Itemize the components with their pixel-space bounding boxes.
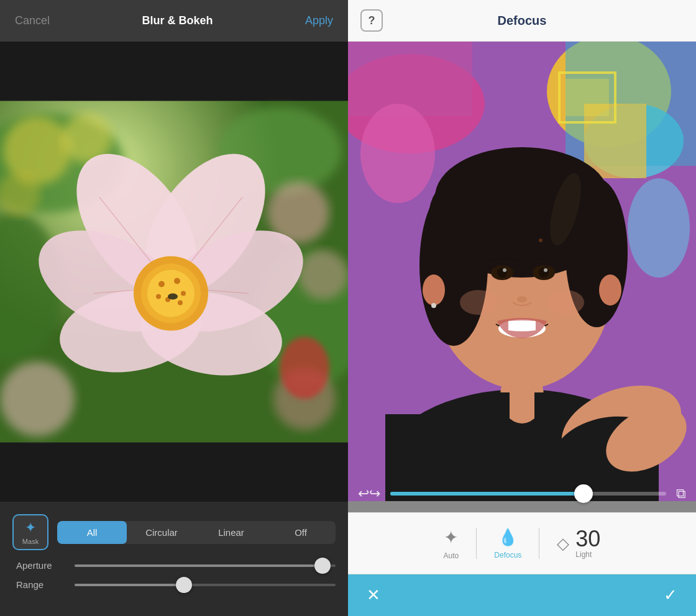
help-button[interactable]: ? [360,9,383,32]
aperture-thumb[interactable] [314,558,331,574]
cancel-right-button[interactable]: ✕ [367,586,380,605]
svg-rect-36 [348,42,472,116]
left-panel-title: Blur & Bokeh [142,14,213,27]
range-fill [75,584,184,586]
mask-label: Mask [22,538,39,545]
svg-point-61 [517,296,527,302]
right-header: ? Defocus [348,0,696,42]
svg-point-67 [599,274,621,306]
photo-slider-fill [390,492,584,496]
photo-slider[interactable] [390,492,666,496]
defocus-label: Defocus [494,551,521,559]
sliders-area: Aperture Range [12,560,336,590]
tab-all[interactable]: All [57,521,127,544]
auto-icon: ✦ [444,527,458,548]
light-icon: ◇ [557,534,569,553]
svg-point-64 [547,290,584,315]
svg-rect-68 [497,392,510,430]
svg-rect-43 [566,79,609,116]
svg-point-27 [174,278,180,284]
light-value: 30 [575,528,600,550]
tool-auto[interactable]: ✦ Auto [426,527,477,560]
aperture-slider-row: Aperture [16,560,336,571]
range-slider-row: Range [16,579,336,590]
aperture-track[interactable] [75,564,336,567]
svg-point-59 [503,268,506,272]
svg-point-39 [360,104,435,203]
right-panel: ? Defocus [348,0,696,616]
undo-button[interactable]: ↩ [358,486,369,502]
tool-light[interactable]: ◇ 30 Light [539,528,618,559]
svg-point-66 [431,303,436,308]
svg-point-32 [168,294,178,300]
right-panel-title: Defocus [498,14,547,28]
svg-point-53 [435,147,609,247]
tool-defocus[interactable]: 💧 Defocus [477,528,539,559]
blur-tabs: All Circular Linear Off [57,521,336,544]
svg-point-30 [156,294,161,299]
svg-point-63 [460,290,497,315]
blur-tabs-row: ✦ Mask All Circular Linear Off [12,514,336,550]
range-label: Range [16,579,66,590]
svg-point-71 [539,238,543,242]
aperture-fill [75,564,323,567]
left-header: Cancel Blur & Bokeh Apply [0,0,348,42]
confirm-button[interactable]: ✓ [664,586,677,605]
defocus-icon: 💧 [498,528,518,547]
tab-linear[interactable]: Linear [196,521,266,544]
right-bottom-bar: ✕ ✓ [348,574,696,616]
redo-button[interactable]: ↪ [369,486,380,502]
left-panel: Cancel Blur & Bokeh Apply [0,0,348,616]
right-tools: ✦ Auto 💧 Defocus ◇ 30 Light [348,512,696,574]
portrait-image [348,42,696,501]
svg-point-31 [178,301,183,306]
range-track[interactable] [75,584,336,586]
svg-point-65 [423,274,445,306]
cancel-button[interactable]: Cancel [15,14,50,27]
copy-button[interactable]: ⧉ [676,486,686,502]
tab-circular[interactable]: Circular [127,521,196,544]
svg-point-28 [181,291,186,296]
svg-rect-69 [534,392,547,430]
svg-point-41 [628,178,690,278]
svg-point-12 [280,337,329,399]
svg-point-26 [158,281,165,288]
mask-button[interactable]: ✦ Mask [12,514,48,550]
flower-image-area [0,42,348,502]
svg-point-10 [0,362,75,437]
svg-point-25 [147,270,195,317]
apply-button[interactable]: Apply [305,14,333,27]
flower-image [0,42,348,502]
range-thumb[interactable] [176,577,192,593]
mask-icon: ✦ [25,520,36,536]
svg-point-60 [544,268,547,272]
svg-point-9 [298,250,348,300]
light-label: Light [575,550,592,559]
tab-off[interactable]: Off [266,521,336,544]
portrait-image-area: ↩ ↪ ⧉ [348,42,696,512]
left-controls: ✦ Mask All Circular Linear Off Aperture … [0,502,348,616]
auto-label: Auto [444,551,459,560]
aperture-label: Aperture [16,560,66,571]
svg-point-58 [539,268,549,278]
photo-slider-overlay: ↩ ↪ ⧉ [348,475,696,512]
photo-slider-thumb[interactable] [574,484,593,503]
